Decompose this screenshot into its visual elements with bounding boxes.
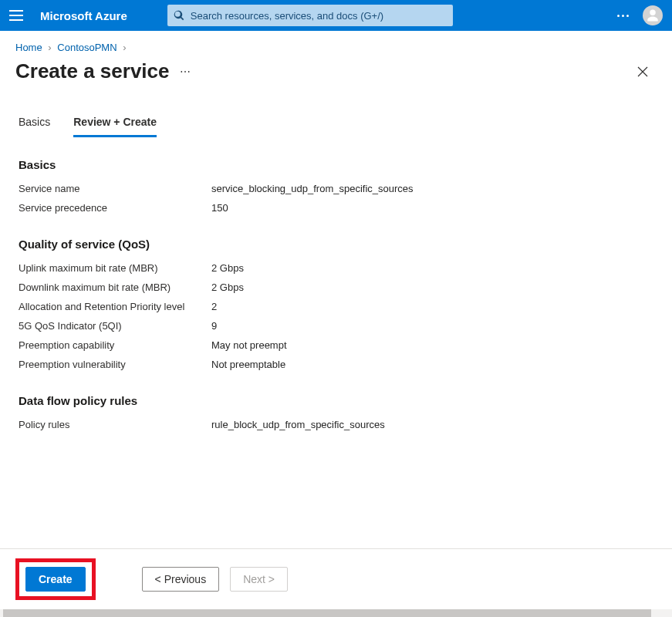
- create-button[interactable]: Create: [25, 567, 86, 592]
- table-row: 5G QoS Indicator (5QI) 9: [19, 316, 657, 335]
- label-uplink-mbr: Uplink maximum bit rate (MBR): [19, 262, 211, 274]
- breadcrumb-link-contosopmn[interactable]: ContosoPMN: [57, 42, 117, 53]
- label-5qi: 5G QoS Indicator (5QI): [19, 320, 211, 332]
- top-nav-bar: Microsoft Azure: [0, 0, 672, 31]
- value-arp-level: 2: [211, 301, 217, 312]
- title-more-icon[interactable]: ⋯: [180, 66, 191, 78]
- value-service-precedence: 150: [211, 202, 228, 214]
- global-search[interactable]: [167, 5, 453, 26]
- breadcrumb-link-home[interactable]: Home: [15, 42, 42, 53]
- user-avatar[interactable]: [643, 5, 663, 25]
- value-5qi: 9: [211, 320, 217, 332]
- value-policy-rules: rule_block_udp_from_specific_sources: [211, 419, 385, 430]
- chevron-right-icon: ›: [123, 42, 126, 53]
- scrollbar-thumb[interactable]: [3, 609, 651, 617]
- table-row: Allocation and Retention Priority level …: [19, 297, 657, 316]
- more-actions-icon[interactable]: [617, 15, 629, 17]
- value-service-name: service_blocking_udp_from_specific_sourc…: [211, 183, 414, 194]
- qos-table: Uplink maximum bit rate (MBR) 2 Gbps Dow…: [19, 258, 657, 374]
- footer-action-bar: Create < Previous Next >: [0, 548, 672, 609]
- create-button-highlight: Create: [15, 558, 96, 600]
- next-button: Next >: [230, 567, 288, 592]
- tab-review-create[interactable]: Review + Create: [73, 116, 157, 137]
- value-uplink-mbr: 2 Gbps: [211, 262, 244, 274]
- value-preemption-capability: May not preempt: [211, 339, 287, 351]
- page-title: Create a service: [15, 59, 169, 83]
- global-search-input[interactable]: [189, 9, 447, 22]
- chevron-right-icon: ›: [48, 42, 51, 53]
- brand-label: Microsoft Azure: [40, 9, 127, 22]
- dataflow-table: Policy rules rule_block_udp_from_specifi…: [19, 415, 657, 434]
- close-icon[interactable]: [637, 66, 649, 78]
- label-preemption-vulnerability: Preemption vulnerability: [19, 359, 211, 370]
- breadcrumb: Home › ContosoPMN ›: [15, 31, 657, 59]
- label-arp-level: Allocation and Retention Priority level: [19, 301, 211, 312]
- tabs: Basics Review + Create: [19, 116, 657, 138]
- label-service-name: Service name: [19, 183, 211, 194]
- search-icon: [174, 10, 184, 21]
- value-downlink-mbr: 2 Gbps: [211, 282, 244, 293]
- table-row: Uplink maximum bit rate (MBR) 2 Gbps: [19, 258, 657, 278]
- table-row: Preemption vulnerability Not preemptable: [19, 355, 657, 374]
- section-heading-qos: Quality of service (QoS): [19, 238, 657, 251]
- label-policy-rules: Policy rules: [19, 419, 211, 430]
- label-preemption-capability: Preemption capability: [19, 339, 211, 351]
- horizontal-scrollbar[interactable]: [0, 609, 672, 617]
- table-row: Policy rules rule_block_udp_from_specifi…: [19, 415, 657, 434]
- previous-button[interactable]: < Previous: [142, 567, 220, 592]
- table-row: Service precedence 150: [19, 198, 657, 217]
- section-heading-dataflow: Data flow policy rules: [19, 394, 657, 407]
- table-row: Service name service_blocking_udp_from_s…: [19, 179, 657, 198]
- section-heading-basics: Basics: [19, 158, 657, 171]
- label-service-precedence: Service precedence: [19, 202, 211, 214]
- value-preemption-vulnerability: Not preemptable: [211, 359, 285, 370]
- tab-basics[interactable]: Basics: [19, 116, 50, 137]
- table-row: Preemption capability May not preempt: [19, 335, 657, 355]
- label-downlink-mbr: Downlink maximum bit rate (MBR): [19, 282, 211, 293]
- hamburger-menu-icon[interactable]: [9, 10, 23, 21]
- basics-table: Service name service_blocking_udp_from_s…: [19, 179, 657, 217]
- table-row: Downlink maximum bit rate (MBR) 2 Gbps: [19, 278, 657, 297]
